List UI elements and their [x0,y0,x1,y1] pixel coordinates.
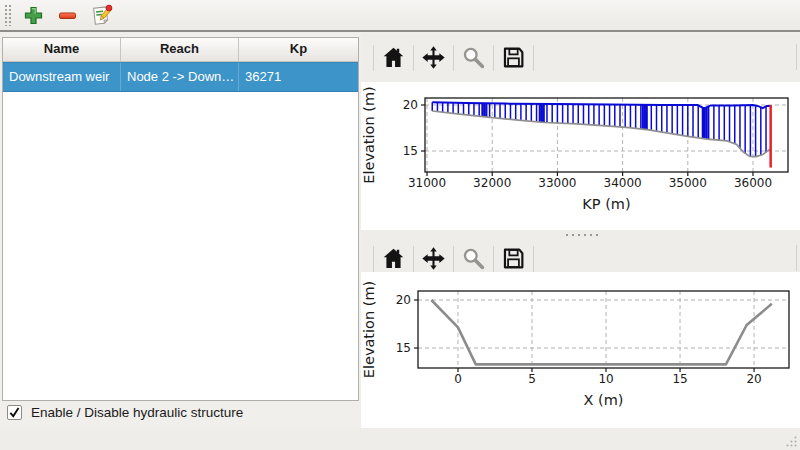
column-header-name[interactable]: Name [3,38,121,61]
x-tick-label: 36000 [734,176,772,190]
cell-kp: 36271 [239,63,358,91]
zoom-button[interactable] [460,44,487,71]
column-header-reach[interactable]: Reach [121,38,239,61]
y-tick-label: 15 [403,144,418,158]
separator [373,45,374,71]
plus-icon [24,6,43,25]
zoom-icon [461,246,486,271]
series [432,102,770,167]
x-tick-label: 20 [746,372,761,386]
gridlines [418,291,789,368]
separator [493,246,494,272]
pan-button[interactable] [420,245,447,272]
separator [413,246,414,272]
home-button[interactable] [380,44,407,71]
profile-plot-canvas[interactable]: 3100032000330003400035000360001520KP (m)… [361,82,800,230]
separator [413,45,414,71]
check-icon [8,406,21,419]
separator [373,246,374,272]
hatch-lines [432,102,766,156]
axis-tick-labels: 051015201520 [396,293,762,386]
main-toolbar [0,0,800,32]
longitudinal-profile-chart: 3100032000330003400035000360001520KP (m)… [361,82,800,230]
enable-structure-label: Enable / Disable hydraulic structure [31,405,243,420]
y-tick-label: 15 [396,341,411,355]
application-window: Name Reach Kp Downstream weir Node 2 -> … [0,0,800,450]
x-axis-label: KP (m) [582,196,630,212]
separator [533,246,534,272]
plots-pane: 3100032000330003400035000360001520KP (m)… [361,33,800,428]
status-bar [0,428,800,450]
y-tick-label: 20 [396,293,411,307]
x-tick-label: 5 [528,372,536,386]
y-axis-label: Elevation (m) [361,86,377,183]
remove-structure-button[interactable] [54,2,80,28]
y-tick-label: 20 [403,98,418,112]
pan-icon [421,45,446,70]
x-tick-label: 34000 [604,176,642,190]
x-tick-label: 35000 [669,176,707,190]
column-header-kp[interactable]: Kp [239,38,358,61]
home-button[interactable] [380,245,407,272]
splitter-handle-icon [564,233,598,237]
separator [493,45,494,71]
plots-splitter[interactable] [361,230,800,243]
structures-table: Name Reach Kp Downstream weir Node 2 -> … [2,37,359,401]
save-button[interactable] [500,44,527,71]
separator [796,245,797,271]
zoom-button[interactable] [460,245,487,272]
cross-section-chart: 051015201520X (m)Elevation (m) [361,272,800,428]
pan-icon [421,246,446,271]
table-header: Name Reach Kp [3,38,358,62]
x-tick-label: 32000 [473,176,511,190]
x-tick-label: 31000 [408,176,446,190]
x-tick-label: 0 [454,372,462,386]
zoom-icon [461,45,486,70]
separator [533,45,534,71]
section-plot-canvas[interactable]: 051015201520X (m)Elevation (m) [361,272,800,428]
x-axis-label: X (m) [584,392,624,408]
home-icon [381,45,406,70]
edit-icon [90,4,113,27]
axis-ticks [414,300,754,372]
pan-button[interactable] [420,44,447,71]
enable-structure-row: Enable / Disable hydraulic structure [7,405,243,420]
minus-icon [58,6,77,25]
separator [796,44,797,70]
x-tick-label: 10 [598,372,613,386]
profile-plot-toolbar [367,44,540,71]
resize-grip-icon[interactable] [784,434,798,448]
y-axis-label: Elevation (m) [361,281,377,378]
separator [453,45,454,71]
section-plot-toolbar [367,245,540,272]
toolbar-drag-handle[interactable] [4,4,12,26]
save-icon [501,246,526,271]
series [431,300,772,364]
axes-box [418,291,789,368]
table-row-downstream-weir[interactable]: Downstream weir Node 2 -> Down… 36271 [3,62,358,92]
save-button[interactable] [500,245,527,272]
edit-structure-button[interactable] [88,2,114,28]
add-structure-button[interactable] [20,2,46,28]
enable-structure-checkbox[interactable] [7,405,22,420]
save-icon [501,45,526,70]
x-tick-label: 33000 [538,176,576,190]
home-icon [381,246,406,271]
separator [453,246,454,272]
cross-section-line [431,300,772,364]
cell-name: Downstream weir [3,63,121,91]
x-tick-label: 15 [672,372,687,386]
cell-reach: Node 2 -> Down… [121,63,239,91]
